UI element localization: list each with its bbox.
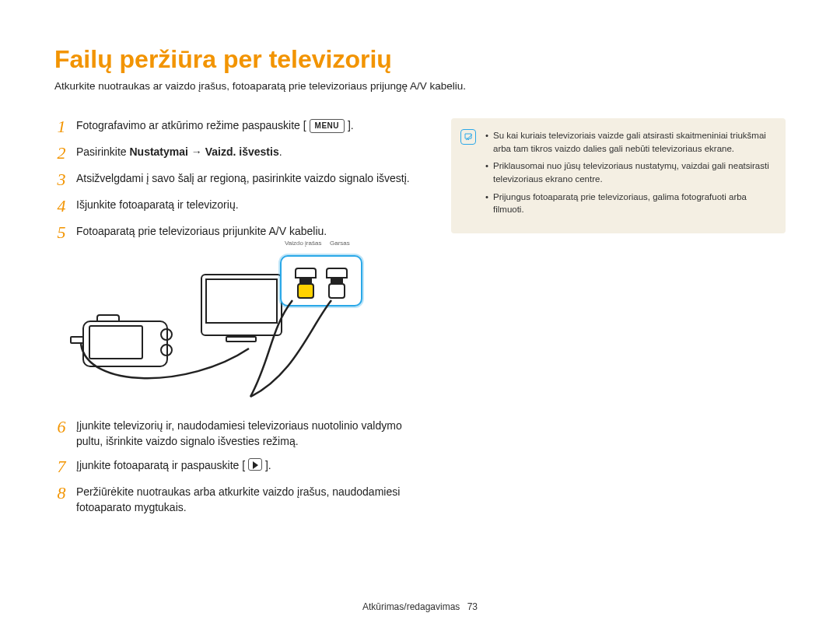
step-number: 6: [54, 419, 68, 436]
step-number: 5: [54, 224, 68, 241]
note-item: Prijungus fotoaparatą prie televizoriaus…: [485, 191, 773, 216]
step-5-text: Fotoaparatą prie televizoriaus prijunkit…: [76, 224, 426, 240]
footer-section: Atkūrimas/redagavimas: [362, 601, 460, 612]
page-subtitle: Atkurkite nuotraukas ar vaizdo įrašus, f…: [54, 80, 786, 92]
step-7-text: Įjunkite fotoaparatą ir paspauskite [ ].: [76, 458, 426, 474]
steps-column: 1 Fotografavimo ar atkūrimo režime paspa…: [54, 118, 426, 524]
step-8-text: Peržiūrėkite nuotraukas arba atkurkite v…: [76, 485, 426, 515]
note-icon: [460, 129, 476, 145]
note-item: Su kai kuriais televizoriais vaizde gali…: [485, 129, 773, 155]
cable-split-icon: [247, 297, 372, 398]
note-box: Su kai kuriais televizoriais vaizde gali…: [451, 118, 786, 233]
page-title: Failų peržiūra per televizorių: [54, 45, 786, 74]
step-number: 7: [54, 458, 68, 475]
step-1-text: Fotografavimo ar atkūrimo režime paspaus…: [76, 118, 426, 134]
cable-icon: [79, 342, 250, 397]
audio-port-icon: [324, 268, 350, 300]
video-port-icon: [292, 268, 319, 300]
page-number: 73: [467, 601, 478, 612]
step-number: 1: [54, 118, 68, 135]
step-number: 8: [54, 485, 68, 502]
audio-port-label: Garsas: [330, 240, 350, 247]
step-4-text: Išjunkite fotoaparatą ir televizorių.: [76, 198, 426, 213]
step-2-text: Pasirinkite Nustatymai → Vaizd. išvestis…: [76, 145, 426, 160]
step-number: 2: [54, 145, 68, 162]
video-port-label: Vaizdo įrašas: [285, 240, 321, 247]
step-6-text: Įjunkite televizorių ir, naudodamiesi te…: [76, 419, 426, 449]
note-item: Priklausomai nuo jūsų televizoriaus nust…: [485, 159, 773, 185]
step-number: 4: [54, 198, 68, 215]
playback-button-icon: [248, 458, 262, 471]
page-footer: Atkūrimas/redagavimas 73: [0, 601, 840, 612]
connection-diagram: Vaizdo įrašas Garsas: [76, 250, 372, 406]
step-number: 3: [54, 171, 68, 188]
menu-button-icon: MENU: [310, 119, 345, 133]
step-3-text: Atsižvelgdami į savo šalį ar regioną, pa…: [76, 171, 426, 187]
